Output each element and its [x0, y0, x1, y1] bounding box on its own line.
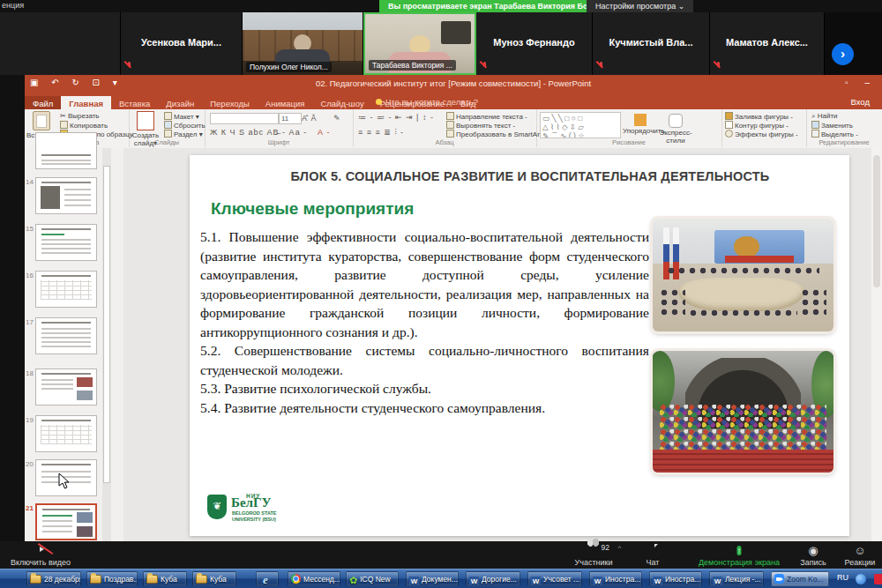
- shape-outline-button[interactable]: Контур фигуры -: [725, 121, 789, 130]
- thumbnail-slide-18[interactable]: [35, 368, 97, 406]
- taskbar-folder-kuba2[interactable]: Куба: [192, 571, 236, 586]
- list-indent-buttons[interactable]: ≔ - ≕ - ⇤ ⇥ | ↕ -: [358, 113, 434, 122]
- slide-body-text: 5.1. Повышение эффективности социально-в…: [200, 227, 649, 417]
- taskbar-word-dorogie[interactable]: WДорогие...: [466, 571, 520, 586]
- participant-tile-poluhin[interactable]: Полухин Олег Никол...: [243, 12, 363, 75]
- zoom-toolbar: Включить видео 92 ^ Участники Чат ↑ Демо…: [0, 541, 882, 569]
- chevron-up-icon[interactable]: ^: [618, 544, 622, 552]
- section-button[interactable]: Раздел ▾: [164, 130, 203, 138]
- thumbnail-slide-17[interactable]: [35, 317, 97, 354]
- tray-icon-red[interactable]: [874, 574, 882, 584]
- shape-effects-button[interactable]: Эффекты фигуры -: [725, 130, 798, 138]
- thumbnail-slide-21-selected[interactable]: [35, 503, 97, 540]
- clear-format-button[interactable]: ✎: [333, 114, 341, 123]
- group-label: Шрифт: [205, 138, 353, 146]
- start-video-button[interactable]: Включить видео: [0, 543, 81, 567]
- panel-scrollbar[interactable]: [102, 148, 111, 541]
- chat-button[interactable]: Чат: [632, 543, 674, 567]
- replace-button[interactable]: Заменить: [811, 121, 853, 130]
- text-direction-button[interactable]: Направление текста -: [446, 112, 527, 121]
- taskbar-icq[interactable]: ✿ICQ New: [346, 571, 399, 586]
- thumbnail-slide-15[interactable]: [35, 224, 97, 261]
- muted-mic-icon: [598, 62, 604, 71]
- window-controls[interactable]: ▫ –: [845, 78, 877, 87]
- participants-count: 92: [602, 543, 609, 552]
- ppt-ribbon: Вставить ✂ Вырезать Копировать Формат по…: [25, 109, 882, 149]
- thumbnail-slide-13[interactable]: [35, 132, 97, 169]
- participant-tile-mamatov[interactable]: Маматов Алекс...: [710, 12, 825, 75]
- taskbar-zoom-active[interactable]: Zoom Ko...: [771, 571, 829, 586]
- group-label: Слайды: [129, 138, 205, 146]
- taskbar-word-inostra2[interactable]: WИностра...: [649, 571, 702, 586]
- layout-icon: [164, 112, 172, 120]
- taskbar-word-inostra1[interactable]: WИностра...: [589, 571, 642, 586]
- replace-icon: [811, 121, 819, 129]
- select-icon: [811, 130, 819, 138]
- share-screen-button[interactable]: ↑ Демонстрация экрана: [681, 543, 797, 567]
- canvas-scrollbar[interactable]: [871, 148, 882, 541]
- taskbar-chrome-messenger[interactable]: Мессенд...: [288, 571, 340, 586]
- participants-button[interactable]: 92 ^ Участники: [556, 543, 632, 567]
- participant-tile-kuchmisty[interactable]: Кучмистый Вла...: [593, 12, 710, 75]
- arrange-button[interactable]: Упорядочить: [623, 111, 658, 135]
- participant-tile-munoz[interactable]: Муноз Фернандо: [476, 12, 593, 75]
- taskbar-word-lekcia[interactable]: WЛекция -...: [709, 571, 764, 586]
- section-icon: [164, 130, 172, 138]
- paragraph-5-1: 5.1. Повышение эффективности социально-в…: [200, 227, 649, 341]
- signin-button[interactable]: Вход: [851, 94, 871, 109]
- chrome-icon: [291, 574, 301, 584]
- align-text-button[interactable]: Выровнять текст -: [446, 121, 515, 130]
- reset-button[interactable]: Сбросить: [164, 121, 206, 130]
- new-slide-icon: [137, 111, 154, 130]
- language-indicator[interactable]: RU: [837, 573, 848, 582]
- thumbnail-slide-16[interactable]: [35, 271, 97, 308]
- paragraph-5-3: 5.3. Развитие психологической службы.: [200, 379, 649, 398]
- group-drawing: ▭ ╲ ╲ □ ○ □ △ ⌇ ⌇ ◇ ⇩ ▱ ✎ ⌒ ∿ ( ) ☆ Упор…: [536, 109, 722, 147]
- find-button[interactable]: ⌕ Найти: [811, 112, 838, 121]
- taskbar-folder-28dec[interactable]: 28 декабря: [26, 571, 81, 586]
- shape-fill-button[interactable]: Заливка фигуры -: [725, 112, 793, 121]
- taskbar-word-uchsovet[interactable]: WУчсовет ...: [527, 571, 582, 586]
- word-icon: W: [531, 577, 541, 586]
- thumbnail-slide-14[interactable]: [35, 177, 97, 214]
- reactions-button[interactable]: ☺ Реакции: [838, 543, 882, 567]
- participant-tile-tarabaeva-active[interactable]: Тарабаева Виктория ...: [363, 12, 476, 75]
- folder-icon: [90, 575, 101, 584]
- cut-button[interactable]: ✂ Вырезать: [60, 112, 100, 120]
- slide-21-editing-surface[interactable]: БЛОК 5. СОЦИАЛЬНОЕ РАЗВИТИЕ И ВОСПИТАТЕЛ…: [190, 155, 849, 536]
- font-size-input[interactable]: 11: [279, 113, 302, 124]
- font-color-button[interactable]: А -: [318, 128, 331, 137]
- shapes-gallery[interactable]: ▭ ╲ ╲ □ ○ □ △ ⌇ ⌇ ◇ ⇩ ▱ ✎ ⌒ ∿ ( ) ☆: [540, 112, 621, 138]
- belgu-shield-icon: ❦: [207, 495, 227, 519]
- thumb-number: 19: [25, 416, 34, 424]
- smartart-icon: [446, 130, 454, 138]
- participant-tile-empty[interactable]: [0, 12, 121, 75]
- font-name-input[interactable]: [210, 113, 279, 124]
- system-tray: RU: [829, 569, 882, 588]
- tray-icon-blue[interactable]: [856, 574, 866, 584]
- view-settings-dropdown[interactable]: Настройки просмотра ⌄: [587, 0, 693, 12]
- participant-tile-usenkova[interactable]: Усенкова Мари...: [121, 12, 243, 75]
- thumbnail-slide-19[interactable]: [35, 415, 97, 452]
- slide-subtitle: Ключевые мероприятия: [211, 199, 414, 219]
- next-participants-button[interactable]: ›: [832, 43, 854, 65]
- taskbar-word-dokumen[interactable]: WДокумен...: [406, 571, 459, 586]
- copy-button[interactable]: Копировать: [60, 121, 108, 130]
- grow-shrink-font-buttons[interactable]: А̂ А̌: [302, 114, 318, 123]
- taskbar-folder-kuba1[interactable]: Куба: [143, 571, 187, 586]
- select-button[interactable]: Выделить -: [811, 130, 858, 138]
- word-icon: W: [469, 577, 479, 586]
- zoom-app-icon: [774, 574, 784, 584]
- participant-name-label: Тарабаева Виктория ...: [369, 60, 456, 71]
- taskbar-folder-pozdrav[interactable]: Поздрав...: [86, 571, 138, 586]
- alignment-buttons[interactable]: ≡ ≡ ≡ ≣ ⫶ -: [358, 128, 404, 138]
- layout-button[interactable]: Макет ▾: [164, 112, 199, 121]
- smartart-button[interactable]: Преобразовать в SmartArt -: [446, 130, 546, 138]
- tellme-box[interactable]: Что вы хотите сделать?: [376, 94, 478, 109]
- taskbar-ie[interactable]: e: [256, 571, 279, 586]
- ppt-title-bar[interactable]: ▣ ↶ ↻ ⊡ ▾ 02. Педагогический институт ит…: [25, 75, 882, 94]
- group-shape-format: Заливка фигуры - Контур фигуры - Эффекты…: [721, 109, 807, 147]
- belgu-logo: ❦ НИУ БелГУ BELGOROD STATE UNIVERSITY (B…: [207, 493, 313, 525]
- record-button[interactable]: ◉ Запись: [792, 543, 834, 567]
- font-style-buttons[interactable]: Ж К Ч S abc АВ̶ - Аа -: [210, 128, 307, 137]
